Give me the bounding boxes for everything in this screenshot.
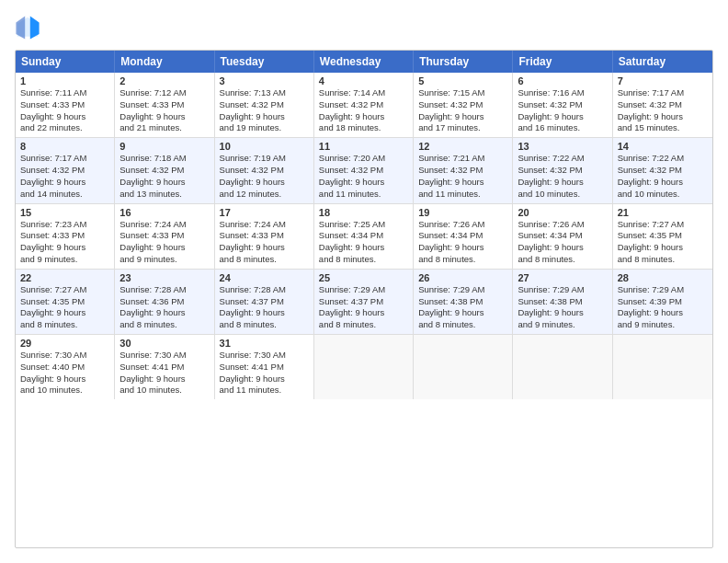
cell-line: Daylight: 9 hours xyxy=(618,177,708,189)
cell-line: Sunset: 4:32 PM xyxy=(618,99,708,111)
day-number: 10 xyxy=(220,141,309,152)
cell-line: Sunset: 4:32 PM xyxy=(518,99,607,111)
cell-line: and 17 minutes. xyxy=(418,122,507,134)
cell-line: Sunrise: 7:16 AM xyxy=(518,87,607,99)
cell-line: and 10 minutes. xyxy=(518,189,607,201)
cell-line: Sunset: 4:32 PM xyxy=(418,99,507,111)
calendar-cell: 26Sunrise: 7:29 AMSunset: 4:38 PMDayligh… xyxy=(414,270,513,334)
cell-line: Sunrise: 7:20 AM xyxy=(319,153,408,165)
day-number: 26 xyxy=(418,272,507,283)
day-number: 3 xyxy=(220,75,309,86)
cell-line: Sunset: 4:32 PM xyxy=(319,165,408,177)
calendar-cell: 8Sunrise: 7:17 AMSunset: 4:32 PMDaylight… xyxy=(16,138,115,202)
cell-line: and 8 minutes. xyxy=(518,254,607,266)
cell-line: Sunrise: 7:14 AM xyxy=(319,87,408,99)
cell-line: Sunrise: 7:11 AM xyxy=(20,87,109,99)
calendar-cell xyxy=(513,335,612,399)
page: SundayMondayTuesdayWednesdayThursdayFrid… xyxy=(0,0,728,563)
day-number: 28 xyxy=(618,272,708,283)
cell-line: Sunset: 4:34 PM xyxy=(518,230,607,242)
cell-line: Sunset: 4:33 PM xyxy=(119,99,209,111)
cell-line: and 8 minutes. xyxy=(220,254,309,266)
cell-line: Sunrise: 7:28 AM xyxy=(119,284,209,296)
day-number: 25 xyxy=(319,272,408,283)
cell-line: Sunrise: 7:26 AM xyxy=(518,219,607,231)
day-number: 22 xyxy=(20,272,109,283)
calendar-cell: 31Sunrise: 7:30 AMSunset: 4:41 PMDayligh… xyxy=(215,335,314,399)
day-number: 24 xyxy=(220,272,309,283)
cell-line: and 14 minutes. xyxy=(20,189,109,201)
cell-line: Daylight: 9 hours xyxy=(319,111,408,123)
cell-line: Sunrise: 7:12 AM xyxy=(119,87,209,99)
cell-line: Sunrise: 7:25 AM xyxy=(319,219,408,231)
cell-line: Daylight: 9 hours xyxy=(20,242,109,254)
calendar-cell: 11Sunrise: 7:20 AMSunset: 4:32 PMDayligh… xyxy=(314,138,414,202)
cell-line: Daylight: 9 hours xyxy=(119,242,209,254)
calendar-cell: 13Sunrise: 7:22 AMSunset: 4:32 PMDayligh… xyxy=(513,138,612,202)
cell-line: Sunset: 4:40 PM xyxy=(20,362,109,373)
cell-line: Daylight: 9 hours xyxy=(119,307,209,319)
calendar-cell: 22Sunrise: 7:27 AMSunset: 4:35 PMDayligh… xyxy=(16,270,115,334)
cell-line: Sunrise: 7:27 AM xyxy=(20,284,109,296)
calendar-cell: 12Sunrise: 7:21 AMSunset: 4:32 PMDayligh… xyxy=(414,138,513,202)
calendar-row: 29Sunrise: 7:30 AMSunset: 4:40 PMDayligh… xyxy=(16,334,712,399)
calendar-cell: 27Sunrise: 7:29 AMSunset: 4:38 PMDayligh… xyxy=(513,270,612,334)
day-number: 4 xyxy=(319,75,408,86)
cell-line: Sunset: 4:32 PM xyxy=(418,165,507,177)
cell-line: Sunrise: 7:18 AM xyxy=(119,153,209,165)
day-number: 19 xyxy=(418,207,507,218)
cell-line: Daylight: 9 hours xyxy=(618,307,708,319)
cell-line: Daylight: 9 hours xyxy=(220,307,309,319)
cell-line: and 8 minutes. xyxy=(319,254,408,266)
calendar-cell: 3Sunrise: 7:13 AMSunset: 4:32 PMDaylight… xyxy=(215,73,314,137)
calendar-body: 1Sunrise: 7:11 AMSunset: 4:33 PMDaylight… xyxy=(16,73,712,399)
day-number: 13 xyxy=(518,141,607,152)
cell-line: Daylight: 9 hours xyxy=(220,177,309,189)
cell-line: Sunrise: 7:30 AM xyxy=(119,350,209,362)
day-number: 18 xyxy=(319,207,408,218)
day-number: 30 xyxy=(119,338,209,349)
day-number: 2 xyxy=(119,75,209,86)
cell-line: Daylight: 9 hours xyxy=(20,373,109,385)
day-number: 29 xyxy=(20,338,109,349)
cell-line: Sunrise: 7:22 AM xyxy=(518,153,607,165)
cell-line: Sunrise: 7:24 AM xyxy=(220,219,309,231)
day-number: 15 xyxy=(20,207,109,218)
cell-line: Sunrise: 7:13 AM xyxy=(220,87,309,99)
calendar-cell: 20Sunrise: 7:26 AMSunset: 4:34 PMDayligh… xyxy=(513,204,612,269)
cell-line: Daylight: 9 hours xyxy=(418,307,507,319)
calendar-cell: 21Sunrise: 7:27 AMSunset: 4:35 PMDayligh… xyxy=(613,204,712,269)
cell-line: Sunset: 4:33 PM xyxy=(220,230,309,242)
cell-line: Daylight: 9 hours xyxy=(20,307,109,319)
cell-line: Sunset: 4:41 PM xyxy=(220,362,309,373)
cell-line: Daylight: 9 hours xyxy=(319,307,408,319)
cell-line: Sunrise: 7:30 AM xyxy=(220,350,309,362)
header-cell-thursday: Thursday xyxy=(414,51,513,73)
day-number: 7 xyxy=(618,75,708,86)
cell-line: Sunrise: 7:29 AM xyxy=(319,284,408,296)
cell-line: and 8 minutes. xyxy=(119,319,209,331)
calendar-cell: 29Sunrise: 7:30 AMSunset: 4:40 PMDayligh… xyxy=(16,335,115,399)
cell-line: Sunrise: 7:23 AM xyxy=(20,219,109,231)
cell-line: Sunset: 4:36 PM xyxy=(119,296,209,308)
day-number: 31 xyxy=(220,338,309,349)
cell-line: Sunrise: 7:24 AM xyxy=(119,219,209,231)
day-number: 20 xyxy=(518,207,607,218)
calendar-cell: 19Sunrise: 7:26 AMSunset: 4:34 PMDayligh… xyxy=(414,204,513,269)
calendar-cell: 1Sunrise: 7:11 AMSunset: 4:33 PMDaylight… xyxy=(16,73,115,137)
calendar-cell: 17Sunrise: 7:24 AMSunset: 4:33 PMDayligh… xyxy=(215,204,314,269)
cell-line: Sunrise: 7:19 AM xyxy=(220,153,309,165)
cell-line: and 9 minutes. xyxy=(518,319,607,331)
cell-line: Sunset: 4:34 PM xyxy=(418,230,507,242)
day-number: 1 xyxy=(20,75,109,86)
calendar-cell xyxy=(314,335,414,399)
calendar-cell: 16Sunrise: 7:24 AMSunset: 4:33 PMDayligh… xyxy=(115,204,214,269)
day-number: 5 xyxy=(418,75,507,86)
cell-line: Sunset: 4:32 PM xyxy=(618,165,708,177)
cell-line: Sunrise: 7:21 AM xyxy=(418,153,507,165)
calendar-row: 1Sunrise: 7:11 AMSunset: 4:33 PMDaylight… xyxy=(16,73,712,137)
cell-line: Sunset: 4:39 PM xyxy=(618,296,708,308)
calendar-cell: 15Sunrise: 7:23 AMSunset: 4:33 PMDayligh… xyxy=(16,204,115,269)
calendar-cell: 10Sunrise: 7:19 AMSunset: 4:32 PMDayligh… xyxy=(215,138,314,202)
cell-line: Sunset: 4:34 PM xyxy=(319,230,408,242)
